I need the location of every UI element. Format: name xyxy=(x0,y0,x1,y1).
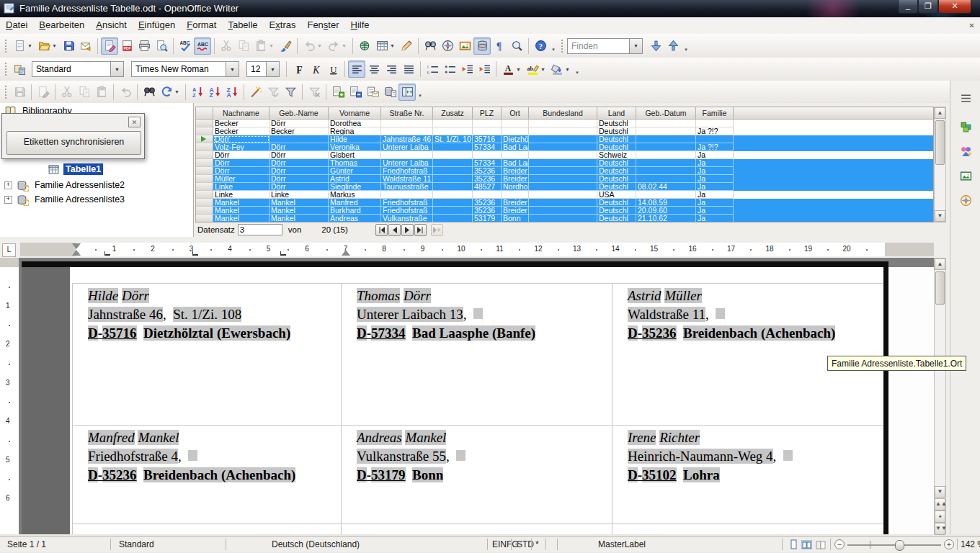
single-page-view-icon[interactable] xyxy=(789,539,798,550)
table-cell[interactable]: Dörr xyxy=(213,135,270,143)
sidebar-gallery-icon[interactable] xyxy=(957,167,974,184)
vertical-ruler[interactable]: 123456 xyxy=(0,258,19,534)
table-row[interactable]: DörrDörrThomasUnterer Laiba57334Bad LaaD… xyxy=(196,159,934,167)
table-row[interactable]: BeckerBeckerReginaDeutschlJa ?!? xyxy=(196,127,934,135)
chevron-down-icon[interactable]: ▼ xyxy=(629,39,642,53)
scroll-up-icon[interactable]: ▲ xyxy=(935,258,945,270)
menu-einfgen[interactable]: Einfügen xyxy=(133,17,181,34)
table-cell[interactable] xyxy=(636,175,696,183)
spellcheck-icon[interactable]: ABC xyxy=(177,37,194,55)
tab-stop-selector[interactable]: L xyxy=(2,243,16,257)
align-justify-icon[interactable] xyxy=(400,60,417,78)
table-cell[interactable]: Mankel xyxy=(213,199,270,207)
table-cell[interactable]: Dörr xyxy=(270,151,329,159)
data-to-text-icon[interactable] xyxy=(329,84,347,101)
align-right-icon[interactable] xyxy=(383,60,400,78)
table-cell[interactable]: Dörr xyxy=(270,159,329,167)
print-icon[interactable] xyxy=(135,37,153,55)
find-input[interactable]: Finden ▼ xyxy=(567,38,643,54)
table-row[interactable]: MüllerDörrAstridWaldstraße 1135236Breide… xyxy=(196,175,934,183)
language-status[interactable]: Deutsch (Deutschland) xyxy=(272,539,360,549)
table-cell[interactable]: Breider xyxy=(502,207,529,215)
table-row[interactable]: LinkeLinkeMarkusUSAJa xyxy=(196,191,934,199)
table-cell[interactable] xyxy=(696,135,734,143)
table-cell[interactable] xyxy=(473,120,502,127)
tree-item-tabelle1[interactable]: Tabelle1 xyxy=(4,163,103,176)
find-record-icon[interactable] xyxy=(141,84,158,101)
table-cell[interactable]: 57334 xyxy=(473,159,502,167)
table-cell[interactable]: Ja xyxy=(696,151,734,159)
address-label[interactable]: Astrid MüllerWaldstraße 11, D-35236 Brei… xyxy=(612,283,883,425)
table-cell[interactable] xyxy=(636,167,696,175)
table-cell[interactable]: Manfred xyxy=(329,199,381,207)
menu-format[interactable]: Format xyxy=(181,17,222,34)
minimize-button[interactable]: _ xyxy=(898,0,918,14)
table-cell[interactable] xyxy=(502,151,529,159)
toolbar-grip[interactable] xyxy=(4,85,8,99)
table-cell[interactable]: Dörr xyxy=(213,167,270,175)
chevron-down-icon[interactable]: ▼ xyxy=(266,62,279,76)
table-cell[interactable]: Breider xyxy=(502,167,529,175)
table-cell[interactable] xyxy=(381,120,433,127)
db-current-doc-icon[interactable] xyxy=(381,84,398,101)
indent-marker-column2[interactable] xyxy=(342,250,350,256)
menu-extras[interactable]: Extras xyxy=(264,17,302,34)
table-cell[interactable]: Deutschl xyxy=(597,199,636,207)
column-header-zusatz[interactable]: Zusatz xyxy=(433,107,473,120)
row-header[interactable] xyxy=(196,199,213,207)
autospell-icon[interactable]: ABC xyxy=(194,37,211,55)
menu-tabelle[interactable]: Tabelle xyxy=(222,17,263,34)
table-cell[interactable]: Breider xyxy=(502,199,529,207)
italic-icon[interactable]: K xyxy=(307,60,324,78)
edit-file-icon[interactable] xyxy=(101,37,118,55)
toolbar-overflow-icon[interactable]: ▾ xyxy=(416,84,424,101)
underline-icon[interactable]: U xyxy=(324,60,342,78)
table-cell[interactable]: 35236 xyxy=(473,167,502,175)
scroll-up-icon[interactable]: ▲ xyxy=(935,107,945,119)
column-header-vorname[interactable]: Vorname xyxy=(329,107,381,120)
last-record-icon[interactable] xyxy=(414,224,427,236)
chevron-down-icon[interactable]: ▼ xyxy=(110,62,123,76)
table-cell[interactable]: Unterer Laiba xyxy=(381,143,433,151)
scroll-down-icon[interactable]: ▼ xyxy=(935,210,945,222)
row-header[interactable] xyxy=(196,191,213,199)
table-cell[interactable]: Sieglinde xyxy=(329,183,381,191)
table-cell[interactable]: Schweiz xyxy=(597,151,636,159)
table-cell[interactable] xyxy=(502,191,529,199)
first-record-icon[interactable] xyxy=(375,224,388,236)
column-header-gebdatum[interactable]: Geb.-Datum xyxy=(636,107,696,120)
row-header[interactable] xyxy=(196,215,213,222)
sort-ascending-icon[interactable]: AZ xyxy=(206,84,223,101)
sidebar-settings-icon[interactable] xyxy=(957,89,974,107)
table-cell[interactable]: 20.09.60 xyxy=(636,207,696,215)
table-cell[interactable] xyxy=(636,120,696,127)
table-row[interactable]: DörrDörrGünterFriedhofstraß35236BreiderD… xyxy=(196,167,934,175)
table-cell[interactable]: Deutschl xyxy=(597,215,636,222)
table-cell[interactable]: Friedhofstraß xyxy=(381,207,433,215)
table-cell[interactable]: Ja xyxy=(696,191,734,199)
table-cell[interactable]: Ja ?!? xyxy=(696,127,734,135)
table-row[interactable]: DörrHildeJahnstraße 46St. 1/Zi. 1035716D… xyxy=(196,135,934,143)
table-cell[interactable]: Linke xyxy=(270,191,329,199)
multi-page-view-icon[interactable] xyxy=(801,539,811,550)
sidebar-navigator-icon[interactable] xyxy=(957,192,974,209)
table-row[interactable]: MankelMankelManfredFriedhofstraß35236Bre… xyxy=(196,199,934,207)
table-cell[interactable]: 35236 xyxy=(473,175,502,183)
pdf-icon[interactable]: PDF xyxy=(118,37,135,55)
row-header[interactable] xyxy=(196,159,213,167)
table-cell[interactable]: Waldstraße 11 xyxy=(381,175,433,183)
table-cell[interactable]: Dörr xyxy=(270,175,329,183)
table-row[interactable]: BeckerDörrDorotheaDeutschl xyxy=(196,120,934,127)
horizontal-ruler[interactable]: 1234567891011121314151617181920 xyxy=(20,243,934,256)
align-left-icon[interactable] xyxy=(348,60,365,78)
address-label[interactable]: Thomas DörrUnterer Laibach 13, D-57334 B… xyxy=(341,283,612,425)
table-cell[interactable]: Burkhard xyxy=(329,207,381,215)
table-cell[interactable] xyxy=(636,143,696,151)
table-cell[interactable] xyxy=(529,151,597,159)
table-cell[interactable] xyxy=(433,151,473,159)
column-header-gebname[interactable]: Geb.-Name xyxy=(270,107,329,120)
autofilter-icon[interactable] xyxy=(247,84,264,101)
table-cell[interactable]: Mankel xyxy=(270,199,329,207)
explorer-onoff-icon[interactable] xyxy=(398,84,416,101)
table-cell[interactable]: Mankel xyxy=(213,215,270,222)
